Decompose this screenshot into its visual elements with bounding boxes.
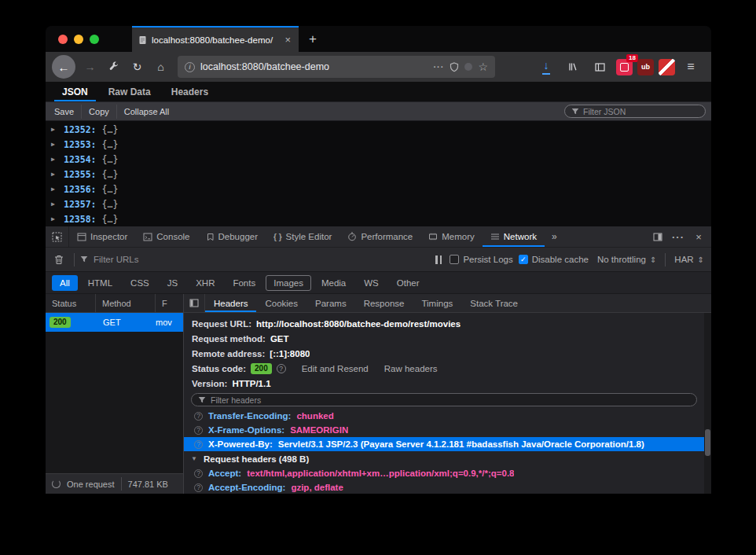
expand-arrow-icon[interactable]: ▶ [51,186,58,193]
help-icon[interactable]: ? [194,483,203,492]
persist-logs-checkbox[interactable] [450,255,459,264]
json-row[interactable]: ▶12352:{…} [46,122,711,137]
clear-requests-trash-icon[interactable] [50,255,68,265]
expand-arrow-icon[interactable]: ▶ [51,141,58,148]
filter-headers-input[interactable] [211,395,690,405]
disable-cache-checkbox-group[interactable]: ✓ Disable cache [519,255,589,264]
header-row-selected[interactable]: ? X-Powered-By: Servlet/3.1 JSP/2.3 (Pay… [184,437,704,451]
filter-xhr-button[interactable]: XHR [188,275,222,291]
home-button[interactable]: ⌂ [149,56,172,78]
details-tab-cookies[interactable]: Cookies [256,294,306,312]
request-row-selected[interactable]: 200 GET mov [46,313,183,332]
tab-json[interactable]: JSON [52,82,98,101]
filter-html-button[interactable]: HTML [80,275,120,291]
help-icon[interactable]: ? [194,412,203,421]
sidebars-icon[interactable] [589,56,611,78]
scrollbar-thumb[interactable] [705,429,710,456]
request-headers-section[interactable]: ▼ Request headers (498 B) [184,451,704,466]
help-icon[interactable]: ? [194,469,203,478]
hamburger-menu-icon[interactable]: ≡ [680,60,702,74]
details-tab-headers[interactable]: Headers [205,294,256,312]
filter-fonts-button[interactable]: Fonts [225,275,263,291]
header-row[interactable]: ? X-Frame-Options: SAMEORIGIN [184,423,704,437]
filter-images-button[interactable]: Images [266,275,311,291]
persist-logs-checkbox-group[interactable]: Persist Logs [450,255,512,264]
devtools-tab-debugger[interactable]: Debugger [198,226,266,247]
tab-raw-data[interactable]: Raw Data [98,82,161,101]
bookmark-star-icon[interactable]: ☆ [478,61,488,73]
devtools-tab-performance[interactable]: Performance [339,226,420,247]
disable-cache-checkbox[interactable]: ✓ [519,255,528,264]
pause-recording-icon[interactable] [433,255,444,264]
close-devtools-icon[interactable]: × [688,226,709,247]
new-tab-button[interactable]: + [299,26,327,52]
expand-arrow-icon[interactable]: ▶ [51,156,58,163]
header-row[interactable]: ? Accept-Encoding: gzip, deflate [184,480,704,494]
page-actions-icon[interactable]: ··· [433,62,444,72]
json-row[interactable]: ▶12354:{…} [46,152,711,167]
json-row[interactable]: ▶12355:{…} [46,167,711,182]
details-tab-timings[interactable]: Timings [413,294,461,312]
details-scrollbar[interactable] [704,313,711,494]
shield-icon[interactable] [450,62,459,72]
extension-icon-2[interactable] [659,59,675,75]
help-icon[interactable]: ? [194,440,203,449]
raw-headers-button[interactable]: Raw headers [384,364,438,373]
edit-and-resend-button[interactable]: Edit and Resend [302,364,369,373]
tab-headers[interactable]: Headers [161,82,218,101]
details-pane-toggle-icon[interactable] [184,294,205,312]
library-icon[interactable] [561,56,584,78]
filter-css-button[interactable]: CSS [123,275,157,291]
json-row[interactable]: ▶12356:{…} [46,182,711,197]
expand-arrow-icon[interactable]: ▶ [51,171,58,178]
devtools-menu-icon[interactable]: ··· [668,226,688,247]
column-method[interactable]: Method [96,294,156,312]
close-window-button[interactable] [58,35,68,44]
devtools-tab-memory[interactable]: Memory [420,226,483,247]
tab-close-icon[interactable]: × [283,34,292,46]
devtools-tab-network[interactable]: Network [483,226,545,247]
minimize-window-button[interactable] [74,35,83,44]
forward-button[interactable]: → [79,56,101,78]
filter-other-button[interactable]: Other [389,275,428,291]
devtools-tab-style-editor[interactable]: { } Style Editor [266,226,339,247]
json-row[interactable]: ▶12357:{…} [46,197,711,211]
help-icon[interactable]: ? [194,426,203,435]
collapse-all-button[interactable]: Collapse All [117,105,176,119]
expand-arrow-icon[interactable]: ▶ [51,215,58,222]
url-bar[interactable]: i localhost:8080/batchee-demo ··· ☆ [178,56,495,78]
filter-ws-button[interactable]: WS [356,275,387,291]
header-row[interactable]: ? Transfer-Encoding: chunked [184,409,704,423]
filter-urls-input[interactable] [94,255,428,264]
dock-options-icon[interactable] [648,226,668,247]
json-row[interactable]: ▶12358:{…} [46,211,711,226]
filter-all-button[interactable]: All [52,275,78,291]
collapse-arrow-icon[interactable]: ▼ [191,455,198,462]
expand-arrow-icon[interactable]: ▶ [51,200,58,208]
reload-button[interactable]: ↻ [126,56,149,78]
extension-icon-1[interactable]: 18 [616,59,633,75]
browser-tab[interactable]: localhost:8080/batchee-demo/ × [132,26,299,52]
json-filter-input[interactable] [583,107,699,116]
back-button[interactable]: ← [52,55,75,79]
node-picker-icon[interactable] [46,226,69,247]
copy-button[interactable]: Copy [82,105,117,119]
throttling-dropdown[interactable]: No throttling ⇕ [594,255,659,264]
json-row[interactable]: ▶12353:{…} [46,137,711,152]
column-file[interactable]: F [156,294,183,312]
header-row[interactable]: ? Accept: text/html,application/xhtml+xm… [184,466,704,480]
har-dropdown[interactable]: HAR ⇕ [671,255,707,264]
details-tab-response[interactable]: Response [355,294,413,312]
devtools-tab-console[interactable]: Console [135,226,197,247]
filter-media-button[interactable]: Media [314,275,354,291]
more-tabs-button[interactable]: » [545,226,564,247]
filter-js-button[interactable]: JS [160,275,185,291]
url-text[interactable]: localhost:8080/batchee-demo [200,61,428,72]
expand-arrow-icon[interactable]: ▶ [51,126,58,133]
downloads-icon[interactable]: ↓ [536,56,556,78]
tools-wrench-icon[interactable] [102,56,125,78]
save-button[interactable]: Save [47,105,82,119]
ublock-extension-icon[interactable]: ub [637,59,654,75]
details-tab-params[interactable]: Params [306,294,355,312]
devtools-tab-inspector[interactable]: Inspector [69,226,135,247]
